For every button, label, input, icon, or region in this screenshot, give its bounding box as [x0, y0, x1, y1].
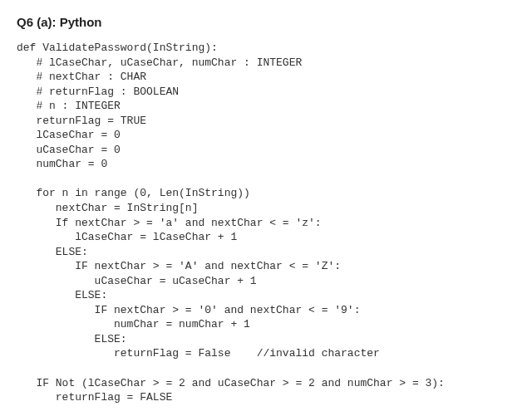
code-block: def ValidatePassword(InString): # lCaseC…	[17, 41, 515, 416]
question-heading: Q6 (a): Python	[17, 15, 515, 29]
document-page: Q6 (a): Python def ValidatePassword(InSt…	[0, 0, 532, 416]
